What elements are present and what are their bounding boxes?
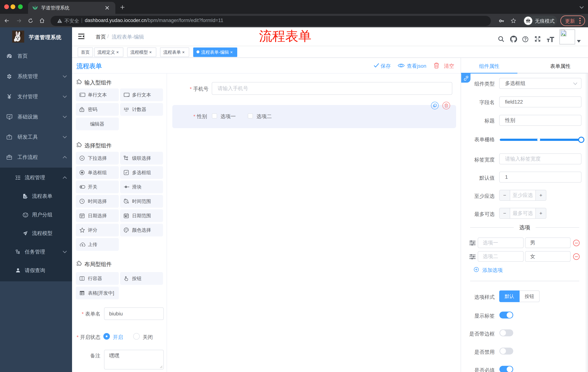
svg-text:123: 123 <box>124 107 129 110</box>
